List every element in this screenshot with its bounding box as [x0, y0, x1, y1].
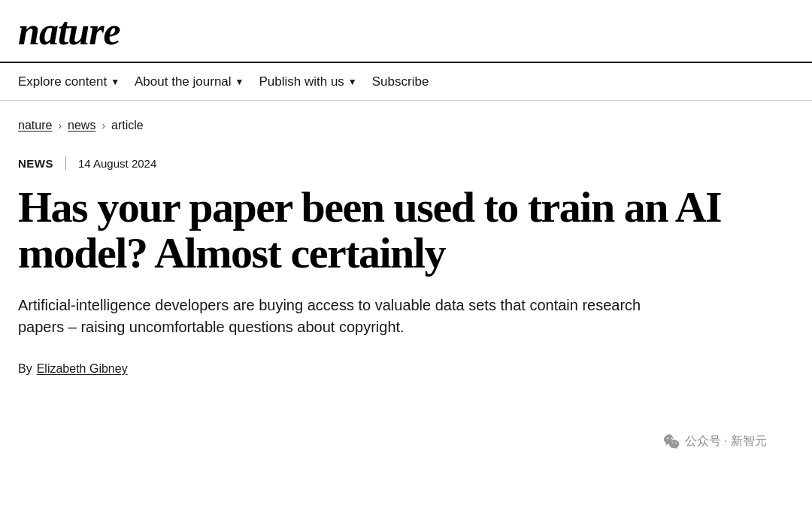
wechat-watermark: 公众号 · 新智元 — [664, 433, 767, 449]
by-label: By — [18, 362, 32, 376]
site-logo: nature — [18, 12, 120, 51]
chevron-down-icon: ▼ — [111, 77, 120, 87]
article-deck: Artificial-intelligence developers are b… — [18, 295, 657, 338]
nav-item-subscribe[interactable]: Subscribe — [372, 74, 429, 89]
wechat-text: 公众号 · 新智元 — [685, 434, 767, 449]
breadcrumb-current: article — [111, 119, 144, 132]
breadcrumb: nature › news › article — [18, 119, 794, 132]
chevron-down-icon: ▼ — [235, 77, 244, 87]
nav-label-explore: Explore content — [18, 74, 107, 89]
breadcrumb-separator-1: › — [58, 119, 62, 132]
article-title: Has your paper been used to train an AI … — [18, 185, 732, 277]
main-content: nature › news › article NEWS 14 August 2… — [0, 101, 812, 400]
site-logo-link[interactable]: nature — [18, 34, 120, 47]
nav-label-subscribe: Subscribe — [372, 74, 429, 89]
author-link[interactable]: Elizabeth Gibney — [37, 362, 128, 376]
breadcrumb-separator-2: › — [102, 119, 105, 132]
wechat-icon — [664, 433, 680, 449]
nav-label-publish: Publish with us — [259, 74, 344, 89]
nav-item-explore[interactable]: Explore content ▼ — [18, 63, 135, 100]
meta-divider — [65, 156, 66, 170]
article-type: NEWS — [18, 157, 53, 170]
breadcrumb-nature[interactable]: nature — [18, 119, 52, 132]
chevron-down-icon: ▼ — [348, 77, 357, 87]
article-meta: NEWS 14 August 2024 — [18, 156, 794, 170]
nav-label-about: About the journal — [135, 74, 232, 89]
author-line: By Elizabeth Gibney — [18, 362, 794, 376]
breadcrumb-news[interactable]: news — [68, 119, 95, 132]
nav-item-about[interactable]: About the journal ▼ — [135, 63, 259, 100]
main-nav: Explore content ▼ About the journal ▼ Pu… — [0, 62, 812, 101]
site-header: nature — [0, 0, 812, 62]
article-date: 14 August 2024 — [78, 157, 156, 170]
nav-item-publish[interactable]: Publish with us ▼ — [259, 63, 371, 100]
